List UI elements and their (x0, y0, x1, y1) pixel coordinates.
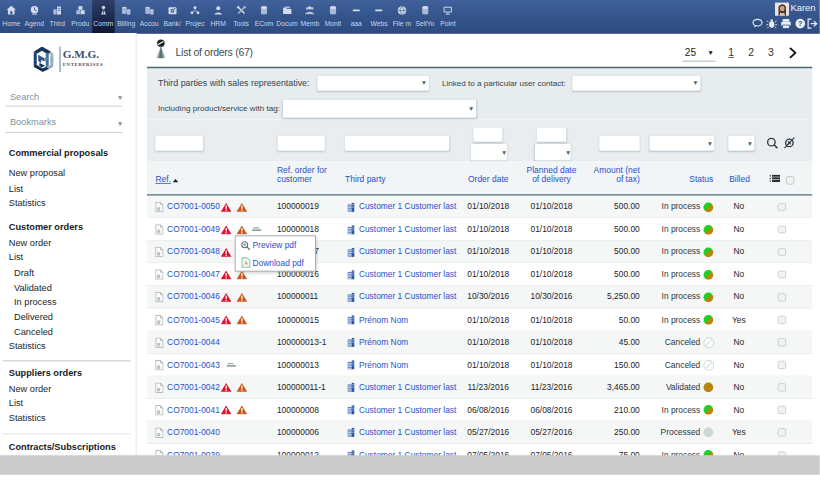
svg-text:?: ? (798, 20, 802, 28)
